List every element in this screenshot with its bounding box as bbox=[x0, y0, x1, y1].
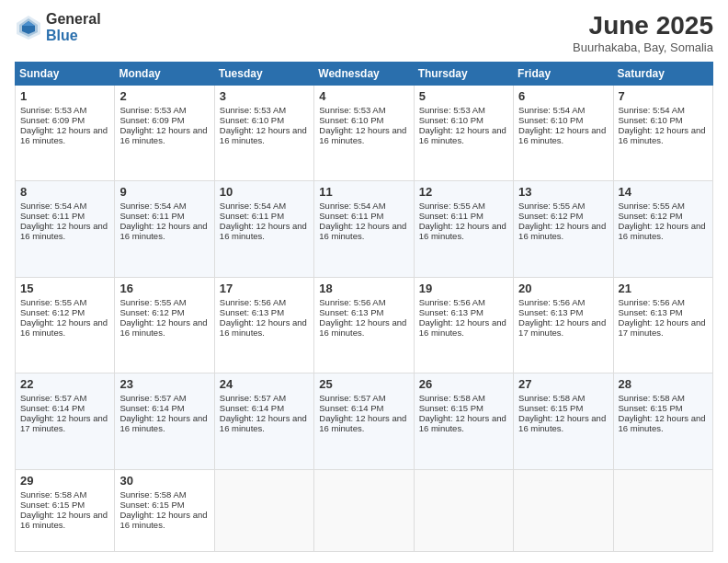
sunset-text: Sunset: 6:10 PM bbox=[419, 115, 483, 125]
daylight-text: Daylight: 12 hours and 16 minutes. bbox=[220, 221, 307, 241]
sunrise-text: Sunrise: 5:53 AM bbox=[119, 105, 186, 115]
table-row: 20 Sunrise: 5:56 AM Sunset: 6:13 PM Dayl… bbox=[514, 277, 613, 373]
daylight-text: Daylight: 12 hours and 16 minutes. bbox=[419, 413, 506, 433]
sunrise-text: Sunrise: 5:58 AM bbox=[518, 393, 585, 403]
table-row bbox=[214, 469, 313, 551]
sunrise-text: Sunrise: 5:55 AM bbox=[518, 201, 585, 211]
table-row: 2 Sunrise: 5:53 AM Sunset: 6:09 PM Dayli… bbox=[115, 86, 214, 181]
day-number: 29 bbox=[20, 474, 109, 488]
sunset-text: Sunset: 6:11 PM bbox=[119, 211, 184, 221]
logo-text: General Blue bbox=[46, 11, 101, 43]
daylight-text: Daylight: 12 hours and 16 minutes. bbox=[419, 317, 506, 338]
daylight-text: Daylight: 12 hours and 16 minutes. bbox=[119, 125, 207, 145]
day-number: 13 bbox=[518, 185, 608, 199]
table-row: 17 Sunrise: 5:56 AM Sunset: 6:13 PM Dayl… bbox=[214, 277, 313, 373]
table-row: 14 Sunrise: 5:55 AM Sunset: 6:12 PM Dayl… bbox=[613, 181, 712, 277]
daylight-text: Daylight: 12 hours and 16 minutes. bbox=[619, 221, 706, 241]
day-number: 21 bbox=[619, 282, 708, 295]
sunset-text: Sunset: 6:09 PM bbox=[20, 115, 85, 125]
sunrise-text: Sunrise: 5:54 AM bbox=[619, 105, 685, 115]
day-number: 12 bbox=[419, 185, 508, 199]
table-row bbox=[514, 469, 613, 551]
day-number: 16 bbox=[119, 282, 209, 295]
day-number: 17 bbox=[220, 282, 309, 295]
sunset-text: Sunset: 6:10 PM bbox=[220, 115, 284, 125]
daylight-text: Daylight: 12 hours and 16 minutes. bbox=[419, 221, 506, 241]
day-number: 15 bbox=[20, 282, 109, 295]
daylight-text: Daylight: 12 hours and 16 minutes. bbox=[419, 125, 506, 145]
daylight-text: Daylight: 12 hours and 16 minutes. bbox=[20, 221, 108, 241]
sunset-text: Sunset: 6:15 PM bbox=[619, 403, 683, 413]
sunset-text: Sunset: 6:10 PM bbox=[518, 115, 583, 125]
day-number: 27 bbox=[518, 377, 608, 391]
sunset-text: Sunset: 6:13 PM bbox=[220, 307, 284, 317]
sunset-text: Sunset: 6:15 PM bbox=[20, 500, 85, 510]
daylight-text: Daylight: 12 hours and 17 minutes. bbox=[619, 317, 706, 338]
table-row: 13 Sunrise: 5:55 AM Sunset: 6:12 PM Dayl… bbox=[514, 181, 613, 277]
header-saturday: Saturday bbox=[613, 63, 712, 86]
sunset-text: Sunset: 6:12 PM bbox=[619, 211, 683, 221]
daylight-text: Daylight: 12 hours and 17 minutes. bbox=[518, 317, 606, 338]
table-row: 10 Sunrise: 5:54 AM Sunset: 6:11 PM Dayl… bbox=[214, 181, 313, 277]
sunrise-text: Sunrise: 5:56 AM bbox=[419, 297, 485, 307]
sunrise-text: Sunrise: 5:53 AM bbox=[20, 105, 86, 115]
title-location: Buurhakaba, Bay, Somalia bbox=[573, 40, 713, 54]
sunrise-text: Sunrise: 5:56 AM bbox=[619, 297, 685, 307]
sunset-text: Sunset: 6:09 PM bbox=[119, 115, 184, 125]
sunset-text: Sunset: 6:14 PM bbox=[20, 403, 85, 413]
daylight-text: Daylight: 12 hours and 16 minutes. bbox=[220, 413, 307, 433]
table-row bbox=[613, 469, 712, 551]
day-number: 5 bbox=[419, 89, 508, 103]
day-number: 14 bbox=[619, 185, 708, 199]
sunset-text: Sunset: 6:12 PM bbox=[20, 307, 85, 317]
table-row: 18 Sunrise: 5:56 AM Sunset: 6:13 PM Dayl… bbox=[314, 277, 414, 373]
day-number: 18 bbox=[319, 282, 408, 295]
table-row: 28 Sunrise: 5:58 AM Sunset: 6:15 PM Dayl… bbox=[613, 373, 712, 469]
day-number: 25 bbox=[319, 377, 408, 391]
daylight-text: Daylight: 12 hours and 16 minutes. bbox=[119, 317, 207, 338]
sunset-text: Sunset: 6:13 PM bbox=[619, 307, 683, 317]
sunset-text: Sunset: 6:11 PM bbox=[220, 211, 284, 221]
daylight-text: Daylight: 12 hours and 16 minutes. bbox=[319, 221, 406, 241]
page: General Blue June 2025 Buurhakaba, Bay, … bbox=[0, 0, 728, 563]
sunset-text: Sunset: 6:14 PM bbox=[220, 403, 284, 413]
daylight-text: Daylight: 12 hours and 16 minutes. bbox=[119, 413, 207, 433]
daylight-text: Daylight: 12 hours and 16 minutes. bbox=[319, 125, 406, 145]
sunrise-text: Sunrise: 5:56 AM bbox=[518, 297, 585, 307]
sunrise-text: Sunrise: 5:56 AM bbox=[319, 297, 385, 307]
sunrise-text: Sunrise: 5:57 AM bbox=[20, 393, 86, 403]
sunset-text: Sunset: 6:14 PM bbox=[319, 403, 383, 413]
table-row: 8 Sunrise: 5:54 AM Sunset: 6:11 PM Dayli… bbox=[16, 181, 115, 277]
daylight-text: Daylight: 12 hours and 16 minutes. bbox=[619, 125, 706, 145]
title-block: June 2025 Buurhakaba, Bay, Somalia bbox=[573, 11, 713, 54]
calendar-table: Sunday Monday Tuesday Wednesday Thursday… bbox=[15, 62, 713, 552]
day-number: 1 bbox=[20, 89, 109, 103]
table-row: 4 Sunrise: 5:53 AM Sunset: 6:10 PM Dayli… bbox=[314, 86, 414, 181]
title-month: June 2025 bbox=[573, 11, 713, 40]
day-number: 9 bbox=[119, 185, 209, 199]
day-number: 23 bbox=[119, 377, 209, 391]
sunrise-text: Sunrise: 5:55 AM bbox=[119, 297, 186, 307]
daylight-text: Daylight: 12 hours and 16 minutes. bbox=[20, 125, 108, 145]
day-number: 4 bbox=[319, 89, 408, 103]
header: General Blue June 2025 Buurhakaba, Bay, … bbox=[15, 11, 713, 54]
sunset-text: Sunset: 6:15 PM bbox=[518, 403, 583, 413]
daylight-text: Daylight: 12 hours and 16 minutes. bbox=[20, 510, 108, 530]
daylight-text: Daylight: 12 hours and 16 minutes. bbox=[518, 413, 606, 433]
sunrise-text: Sunrise: 5:54 AM bbox=[319, 201, 385, 211]
sunset-text: Sunset: 6:12 PM bbox=[119, 307, 184, 317]
sunset-text: Sunset: 6:10 PM bbox=[319, 115, 383, 125]
day-number: 8 bbox=[20, 185, 109, 199]
sunrise-text: Sunrise: 5:55 AM bbox=[20, 297, 86, 307]
sunset-text: Sunset: 6:10 PM bbox=[619, 115, 683, 125]
sunset-text: Sunset: 6:11 PM bbox=[20, 211, 85, 221]
sunset-text: Sunset: 6:12 PM bbox=[518, 211, 583, 221]
table-row: 30 Sunrise: 5:58 AM Sunset: 6:15 PM Dayl… bbox=[115, 469, 214, 551]
daylight-text: Daylight: 12 hours and 16 minutes. bbox=[119, 221, 207, 241]
header-sunday: Sunday bbox=[16, 63, 115, 86]
day-number: 28 bbox=[619, 377, 708, 391]
table-row: 21 Sunrise: 5:56 AM Sunset: 6:13 PM Dayl… bbox=[613, 277, 712, 373]
sunrise-text: Sunrise: 5:55 AM bbox=[419, 201, 485, 211]
table-row: 12 Sunrise: 5:55 AM Sunset: 6:11 PM Dayl… bbox=[414, 181, 513, 277]
daylight-text: Daylight: 12 hours and 16 minutes. bbox=[20, 317, 108, 338]
